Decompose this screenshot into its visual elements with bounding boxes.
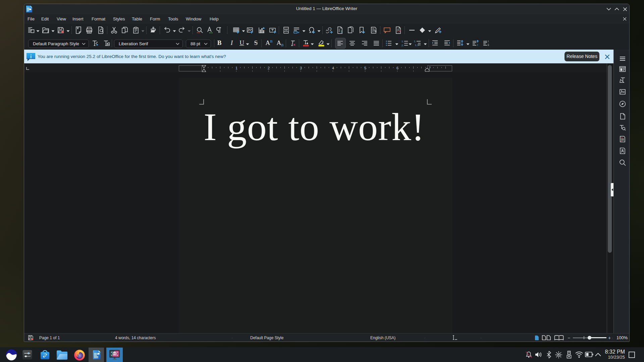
- svg-text:i: i: [352, 30, 353, 34]
- svg-text:1: 1: [341, 30, 342, 33]
- svg-text:2.: 2.: [401, 44, 404, 47]
- svg-text:1.: 1.: [414, 40, 416, 43]
- svg-text:1.: 1.: [401, 40, 404, 43]
